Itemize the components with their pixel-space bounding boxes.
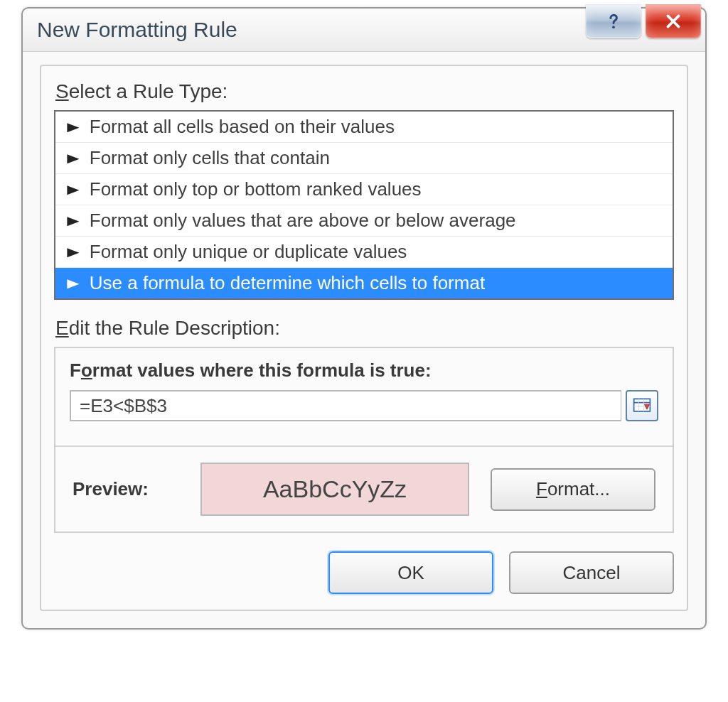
rule-description-frame: Format values where this formula is true… bbox=[54, 347, 674, 533]
formula-field-label: Format values where this formula is true… bbox=[70, 360, 658, 382]
rule-type-list[interactable]: ► Format all cells based on their values… bbox=[54, 110, 674, 300]
preview-label: Preview: bbox=[73, 478, 179, 500]
ok-button[interactable]: OK bbox=[328, 551, 493, 594]
rule-type-label: Use a formula to determine which cells t… bbox=[90, 272, 485, 294]
rule-type-label: Format all cells based on their values bbox=[90, 116, 395, 138]
cancel-button[interactable]: Cancel bbox=[509, 551, 674, 594]
bullet-icon: ► bbox=[63, 149, 83, 168]
bullet-icon: ► bbox=[63, 118, 83, 136]
new-formatting-rule-dialog: New Formatting Rule Select a Rule Type: bbox=[21, 7, 707, 630]
dialog-body: Select a Rule Type: ► Format all cells b… bbox=[23, 52, 705, 628]
rule-type-item-selected[interactable]: ► Use a formula to determine which cells… bbox=[55, 267, 673, 298]
close-icon bbox=[664, 12, 682, 31]
rule-type-item[interactable]: ► Format only unique or duplicate values bbox=[55, 236, 673, 267]
preview-sample: AaBbCcYyZz bbox=[200, 463, 469, 516]
rule-type-label: Format only cells that contain bbox=[90, 147, 330, 169]
titlebar: New Formatting Rule bbox=[23, 9, 705, 52]
rule-type-item[interactable]: ► Format only top or bottom ranked value… bbox=[55, 173, 673, 205]
content-group: Select a Rule Type: ► Format all cells b… bbox=[40, 65, 688, 611]
rule-type-item[interactable]: ► Format only values that are above or b… bbox=[55, 205, 673, 236]
dialog-button-row: OK Cancel bbox=[54, 551, 674, 594]
formula-input[interactable] bbox=[70, 390, 621, 421]
formula-row bbox=[70, 390, 658, 421]
rule-type-label: Format only top or bottom ranked values bbox=[90, 178, 422, 200]
preview-row: Preview: AaBbCcYyZz Format... bbox=[70, 463, 658, 516]
format-button[interactable]: Format... bbox=[491, 468, 655, 511]
help-icon bbox=[604, 11, 623, 31]
close-button[interactable] bbox=[646, 4, 701, 38]
collapse-dialog-button[interactable] bbox=[626, 390, 658, 421]
edit-rule-description-label: Edit the Rule Description: bbox=[55, 317, 674, 340]
help-button[interactable] bbox=[586, 4, 641, 38]
select-rule-type-label: Select a Rule Type: bbox=[55, 80, 674, 103]
dialog-title: New Formatting Rule bbox=[37, 18, 237, 42]
svg-point-0 bbox=[612, 26, 615, 28]
bullet-icon: ► bbox=[63, 212, 83, 230]
bullet-icon: ► bbox=[63, 274, 83, 293]
bullet-icon: ► bbox=[63, 180, 83, 199]
refedit-icon bbox=[632, 396, 652, 416]
rule-type-item[interactable]: ► Format only cells that contain bbox=[55, 142, 673, 173]
rule-description-section: Edit the Rule Description: Format values… bbox=[54, 317, 674, 533]
rule-type-label: Format only values that are above or bel… bbox=[90, 210, 516, 232]
separator bbox=[55, 446, 673, 447]
window-controls bbox=[586, 4, 701, 38]
rule-type-item[interactable]: ► Format all cells based on their values bbox=[55, 112, 673, 142]
bullet-icon: ► bbox=[63, 243, 83, 261]
rule-type-label: Format only unique or duplicate values bbox=[90, 241, 407, 263]
